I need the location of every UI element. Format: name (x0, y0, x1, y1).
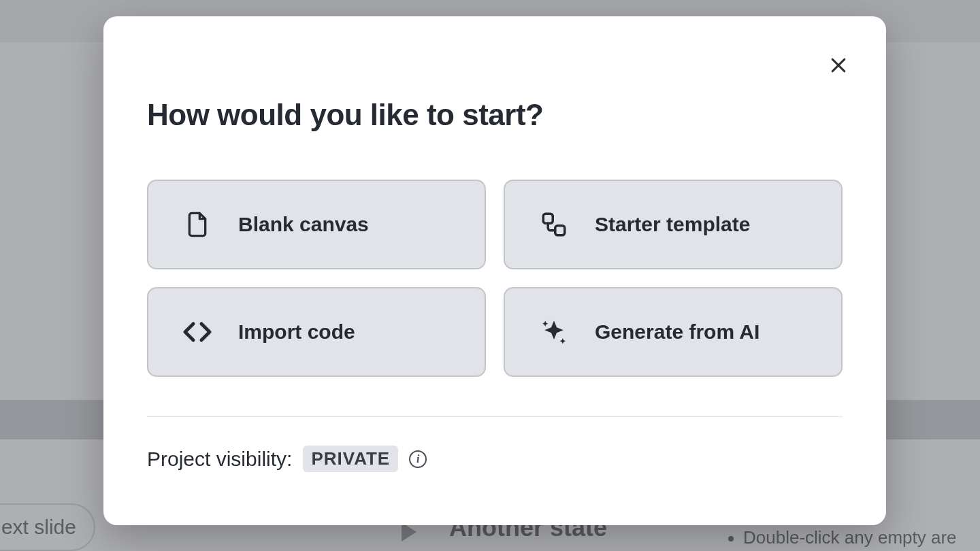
option-starter-template[interactable]: Starter template (504, 180, 843, 269)
option-import-code[interactable]: Import code (147, 287, 486, 377)
option-label: Generate from AI (595, 320, 760, 344)
option-label: Import code (238, 320, 355, 344)
visibility-label: Project visibility: (147, 448, 292, 471)
option-blank-canvas[interactable]: Blank canvas (147, 180, 486, 269)
code-icon (181, 316, 214, 348)
modal-title: How would you like to start? (147, 98, 843, 132)
file-icon (181, 208, 214, 241)
svg-rect-3 (555, 226, 565, 235)
start-options-grid: Blank canvas Starter template Import cod… (147, 180, 843, 377)
info-icon[interactable]: i (409, 450, 427, 468)
close-button[interactable] (823, 50, 853, 80)
svg-rect-2 (543, 214, 553, 223)
sparkle-icon (538, 316, 570, 348)
close-icon (828, 55, 849, 76)
option-label: Starter template (595, 213, 750, 236)
option-generate-ai[interactable]: Generate from AI (504, 287, 843, 377)
workflow-icon (538, 208, 570, 241)
option-label: Blank canvas (238, 213, 369, 236)
project-visibility-row: Project visibility: PRIVATE i (147, 446, 843, 472)
visibility-badge[interactable]: PRIVATE (303, 446, 398, 472)
modal-divider (147, 416, 843, 417)
start-modal: How would you like to start? Blank canva… (103, 16, 886, 525)
